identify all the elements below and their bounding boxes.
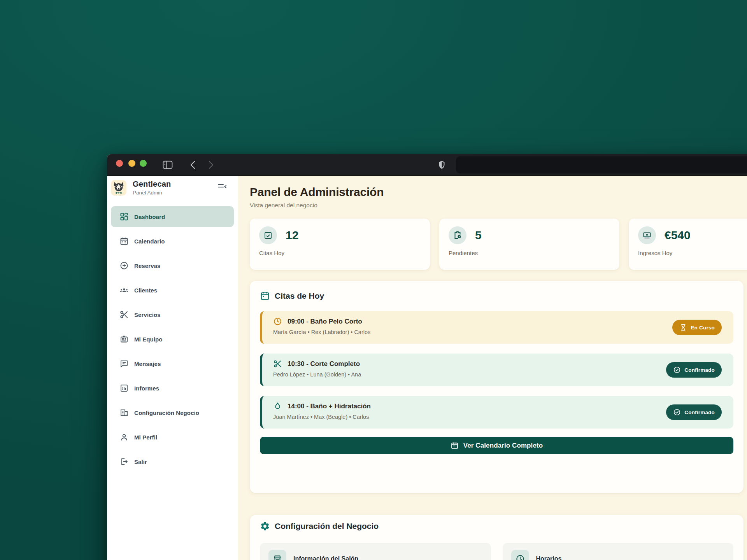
status-badge-label: Confirmado <box>684 410 715 415</box>
sidebar-item-servicios[interactable]: Servicios <box>111 304 234 325</box>
citas-de-hoy-card: Citas de Hoy 09:00 - Baño Pelo Corto <box>250 281 743 493</box>
building-icon <box>119 408 129 417</box>
browser-titlebar <box>107 154 747 176</box>
message-icon <box>119 359 129 368</box>
appointment-row-0900[interactable]: 09:00 - Baño Pelo Corto María García • R… <box>260 311 733 344</box>
status-badge-label: Confirmado <box>684 367 715 373</box>
sidebar-item-mi-perfil[interactable]: Mi Perfil <box>111 427 234 448</box>
check-circle-icon <box>673 408 681 416</box>
sidebar-toggle-icon[interactable] <box>161 154 174 176</box>
sidebar-item-label: Servicios <box>134 312 161 318</box>
scissors-icon <box>119 310 129 319</box>
page-title: Panel de Administración <box>250 186 747 199</box>
brand-name: Gentlecan <box>133 180 171 189</box>
appointment-title: 09:00 - Baño Pelo Corto <box>288 318 362 326</box>
stat-card-citas-hoy: 12 Citas Hoy <box>250 219 430 270</box>
appointment-title: 10:30 - Corte Completo <box>288 360 360 368</box>
maximize-window-button[interactable] <box>140 160 147 167</box>
calendar-icon <box>451 441 459 450</box>
appointment-details: Pedro López • Luna (Golden) • Ana <box>273 371 733 378</box>
scissors-icon <box>273 359 282 368</box>
appointment-title: 14:00 - Baño + Hidratación <box>288 402 371 410</box>
storefront-icon <box>268 550 286 560</box>
id-badge-icon <box>119 334 129 344</box>
droplet-icon <box>273 402 282 411</box>
main-content: Panel de Administración Vista general de… <box>238 176 747 560</box>
clipboard-clock-icon <box>449 226 466 244</box>
appointments-list: 09:00 - Baño Pelo Corto María García • R… <box>260 311 733 429</box>
person-icon <box>119 432 129 442</box>
forward-button[interactable] <box>205 154 217 176</box>
sidebar-item-reservas[interactable]: Reservas <box>111 255 234 276</box>
desktop-background: Gentlecan Panel Admin <box>0 0 747 560</box>
button-label: Ver Calendario Completo <box>463 442 543 450</box>
sidebar-item-dashboard[interactable]: Dashboard <box>111 206 234 227</box>
calendar-event-icon <box>260 291 270 301</box>
status-badge-label: En Curso <box>691 325 715 331</box>
sidebar-item-label: Clientes <box>134 287 157 294</box>
sidebar-item-configuracion-negocio[interactable]: Configuración Negocio <box>111 402 234 423</box>
sidebar-item-label: Mensajes <box>134 360 161 367</box>
close-window-button[interactable] <box>116 160 123 167</box>
sidebar-item-label: Dashboard <box>134 214 165 220</box>
dashboard-grid-icon <box>119 212 129 221</box>
check-circle-icon <box>673 366 681 374</box>
appointment-row-1030[interactable]: 10:30 - Corte Completo Pedro López • Lun… <box>260 354 733 386</box>
stat-card-ingresos-hoy: €540 Ingresos Hoy <box>629 219 747 270</box>
stat-value: 5 <box>475 229 482 242</box>
config-item-label: Información del Salón <box>293 555 358 560</box>
sidebar-item-label: Calendario <box>134 238 165 245</box>
back-button[interactable] <box>187 154 198 176</box>
calendar-check-icon <box>259 226 277 244</box>
people-group-icon <box>119 285 129 295</box>
brand-header: Gentlecan Panel Admin <box>107 176 238 196</box>
stats-row: 12 Citas Hoy <box>250 219 747 270</box>
address-bar[interactable] <box>456 156 747 173</box>
stat-label: Pendientes <box>449 250 610 256</box>
status-badge-confirmado: Confirmado <box>666 362 722 378</box>
config-item-label: Horarios <box>536 555 562 560</box>
config-items: Información del Salón Horarios <box>260 543 733 560</box>
bar-chart-icon <box>119 383 129 393</box>
sidebar-item-clientes[interactable]: Clientes <box>111 280 234 301</box>
sidebar-item-label: Mi Perfil <box>134 434 157 441</box>
stat-value: 12 <box>286 229 298 242</box>
plus-circle-icon <box>119 261 129 270</box>
sidebar-item-calendario[interactable]: Calendario <box>111 231 234 252</box>
page-subtitle: Vista general del negocio <box>250 202 747 209</box>
config-item-informacion-salon[interactable]: Información del Salón <box>260 543 491 560</box>
sidebar-item-label: Salir <box>134 458 147 465</box>
appointment-details: Juan Martínez • Max (Beagle) • Carlos <box>273 414 733 420</box>
gear-icon <box>260 521 270 531</box>
sidebar-item-mensajes[interactable]: Mensajes <box>111 353 234 374</box>
sidebar-item-label: Mi Equipo <box>134 336 163 343</box>
clock-icon <box>511 550 529 560</box>
sidebar-item-label: Reservas <box>134 262 161 269</box>
sidebar-item-salir[interactable]: Salir <box>111 451 234 472</box>
sidebar-item-informes[interactable]: Informes <box>111 378 234 399</box>
calendar-icon <box>119 236 129 246</box>
browser-window: Gentlecan Panel Admin <box>107 154 747 560</box>
status-badge-en-curso: En Curso <box>672 320 722 335</box>
sidebar-nav: Dashboard Calendario <box>107 202 238 472</box>
clock-icon <box>273 317 282 326</box>
stat-label: Ingresos Hoy <box>638 250 747 256</box>
ver-calendario-completo-button[interactable]: Ver Calendario Completo <box>260 437 733 454</box>
collapse-sidebar-icon[interactable] <box>217 183 227 191</box>
minimize-window-button[interactable] <box>128 160 135 167</box>
stat-card-pendientes: 5 Pendientes <box>439 219 619 270</box>
sidebar-item-label: Informes <box>134 385 159 392</box>
sidebar-item-mi-equipo[interactable]: Mi Equipo <box>111 329 234 350</box>
logout-icon <box>119 457 129 466</box>
config-item-horarios[interactable]: Horarios <box>503 543 734 560</box>
status-badge-confirmado: Confirmado <box>666 404 722 420</box>
sidebar: Gentlecan Panel Admin <box>107 176 238 560</box>
hourglass-icon <box>679 324 687 331</box>
shield-icon[interactable] <box>436 154 447 176</box>
banknote-icon <box>638 226 656 244</box>
sidebar-item-label: Configuración Negocio <box>134 410 199 416</box>
section-title: Configuración del Negocio <box>275 522 379 531</box>
dog-avatar <box>111 180 126 196</box>
appointment-row-1400[interactable]: 14:00 - Baño + Hidratación Juan Martínez… <box>260 396 733 429</box>
stat-value: €540 <box>665 229 691 242</box>
